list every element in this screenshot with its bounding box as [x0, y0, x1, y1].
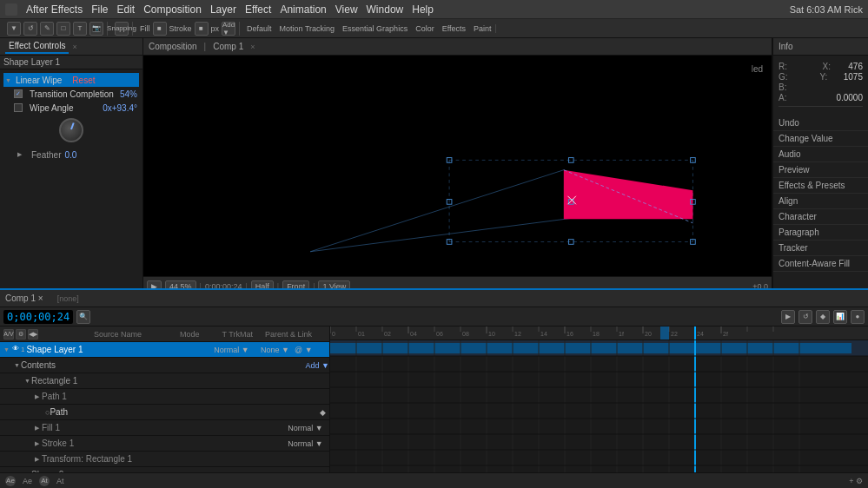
menu-effect[interactable]: Effect — [245, 3, 271, 16]
info-y-key: Y: — [819, 72, 827, 82]
transition-checkbox[interactable]: ✓ — [14, 89, 23, 98]
info-menu-change-value[interactable]: Change Value — [773, 131, 868, 147]
tool-camera[interactable]: 📷 — [89, 22, 103, 36]
menu-composition[interactable]: Composition — [143, 3, 202, 16]
add-content-btn[interactable]: Add ▼ — [306, 361, 329, 370]
tl-solo-btn[interactable]: ● — [851, 310, 865, 324]
color-btn[interactable]: Color — [415, 24, 434, 33]
app-icon — [5, 3, 17, 16]
menu-file[interactable]: File — [91, 3, 108, 16]
wipe-angle-label: Wipe Angle — [30, 103, 74, 113]
transition-value[interactable]: 54% — [120, 89, 137, 99]
paint-btn[interactable]: Paint — [474, 24, 492, 33]
menu-layer[interactable]: Layer — [210, 3, 236, 16]
feather-expand[interactable]: ▶ — [17, 151, 24, 158]
wipe-checkbox[interactable] — [14, 103, 23, 112]
layer-row-path[interactable]: ○ Path ◆ — [0, 405, 329, 420]
menu-animation[interactable]: Animation — [280, 3, 326, 16]
layer-row-path1[interactable]: ▶ Path 1 — [0, 389, 329, 405]
fill1-mode[interactable]: Normal ▼ — [282, 424, 329, 432]
shape1-trkmat[interactable]: None ▼ — [255, 346, 295, 354]
transform-rect-expand-icon[interactable]: ▶ — [35, 456, 42, 463]
info-menu-effects-presets[interactable]: Effects & Presets — [773, 178, 868, 194]
info-menu-preview[interactable]: Preview — [773, 162, 868, 178]
svg-rect-57 — [660, 326, 669, 340]
fill1-expand-icon[interactable]: ▶ — [35, 425, 42, 432]
tool-pen[interactable]: ✎ — [40, 22, 54, 36]
info-menu-audio[interactable]: Audio — [773, 147, 868, 162]
effects-btn[interactable]: Effects — [442, 24, 466, 33]
feather-value[interactable]: 0.0 — [64, 150, 76, 160]
layer-row-rect1[interactable]: ▼ Rectangle 1 — [0, 373, 329, 389]
linear-wipe-expand[interactable]: ▼ — [5, 77, 12, 83]
essential-graphics-btn[interactable]: Essential Graphics — [342, 24, 407, 33]
path1-label: Path 1 — [42, 392, 329, 401]
info-menu-align[interactable]: Align — [773, 194, 868, 209]
path1-expand-icon[interactable]: ▶ — [35, 393, 42, 400]
comp-viewer[interactable]: Display Acceleration Disabled — [143, 56, 772, 276]
rect1-expand-icon[interactable]: ▼ — [24, 378, 31, 384]
workspace-section: Default Motion Tracking Essential Graphi… — [243, 24, 496, 33]
tl-keyframe-btn[interactable]: ◆ — [816, 310, 830, 324]
tool-section-snap: Snapping — [111, 22, 133, 36]
status-bar: Ae Ae At At + ⚙ — [0, 472, 868, 488]
contents-expand-icon[interactable]: ▼ — [14, 362, 21, 368]
layer-row-shape1[interactable]: ▼ 👁 1 Shape Layer 1 Normal ▼ None ▼ @ ▼ — [0, 342, 329, 358]
shape1-parent[interactable]: @ ▼ — [295, 346, 329, 354]
layer-row-transform-rect[interactable]: ▶ Transform: Rectangle 1 — [0, 452, 329, 467]
add-button[interactable]: Add ▼ — [222, 22, 235, 36]
info-menu-content-aware[interactable]: Content-Aware Fill — [773, 256, 868, 272]
info-menu-undo[interactable]: Undo — [773, 115, 868, 131]
tl-search-btn[interactable]: 🔍 — [76, 310, 90, 324]
info-menu-character[interactable]: Character — [773, 209, 868, 225]
col-toggle-2[interactable]: ⚙ — [16, 329, 26, 340]
linear-wipe-row[interactable]: ▼ Linear Wipe Reset — [3, 73, 139, 87]
tl-graph-btn[interactable]: 📊 — [833, 310, 847, 324]
wipe-angle-value[interactable]: 0x+93.4° — [103, 103, 137, 113]
motion-tracking-btn[interactable]: Motion Tracking — [280, 24, 335, 33]
menu-help[interactable]: Help — [412, 3, 434, 16]
timeline-comp-tab[interactable]: Comp 1 × — [5, 293, 43, 303]
menu-edit[interactable]: Edit — [116, 3, 135, 16]
layer-row-contents[interactable]: ▼ Contents Add ▼ — [0, 358, 329, 373]
wipe-angle-row: Wipe Angle 0x+93.4° — [3, 101, 139, 115]
snapping-toggle[interactable]: Snapping — [115, 22, 129, 36]
info-b-key: B: — [779, 82, 786, 92]
default-workspace-btn[interactable]: Default — [247, 24, 272, 33]
stroke1-rect-mode[interactable]: Normal ▼ — [282, 439, 329, 448]
wipe-angle-dial[interactable] — [59, 118, 83, 142]
shape1-eye-icon[interactable]: 👁 — [10, 345, 21, 355]
effect-layer-name: Shape Layer 1 — [0, 56, 142, 69]
tool-shape[interactable]: □ — [56, 22, 70, 36]
shape1-mode[interactable]: Normal ▼ — [208, 346, 255, 354]
svg-text:24: 24 — [697, 331, 704, 337]
svg-text:08: 08 — [462, 331, 469, 337]
col-toggle-3[interactable]: ◀▶ — [28, 329, 38, 340]
col-toggle-1[interactable]: A/V — [3, 329, 14, 340]
svg-text:06: 06 — [436, 331, 443, 337]
tool-text[interactable]: T — [73, 22, 87, 36]
tool-select[interactable]: ▼ — [7, 22, 21, 36]
shape1-expand-icon[interactable]: ▼ — [3, 346, 10, 353]
tool-rotate[interactable]: ↺ — [23, 22, 37, 36]
menu-window[interactable]: Window — [367, 3, 404, 16]
path-keyframe-btn[interactable]: ◆ — [320, 408, 326, 417]
layer-row-stroke1-rect[interactable]: ▶ Stroke 1 Normal ▼ — [0, 436, 329, 452]
comp-tab[interactable]: Composition — [149, 42, 197, 51]
col-source-label: Source Name — [94, 330, 142, 339]
tl-play-btn[interactable]: ▶ — [781, 310, 795, 324]
effect-controls-tab[interactable]: Effect Controls — [5, 39, 69, 54]
menu-after-effects[interactable]: After Effects — [26, 3, 83, 16]
fill-button[interactable]: ■ — [153, 22, 167, 36]
info-menu-tracker[interactable]: Tracker — [773, 241, 868, 256]
info-menu-paragraph[interactable]: Paragraph — [773, 225, 868, 241]
stroke1-rect-expand-icon[interactable]: ▶ — [35, 440, 42, 447]
menu-view[interactable]: View — [335, 3, 358, 16]
info-b-row: B: — [779, 82, 863, 92]
status-add-btn[interactable]: + ⚙ — [849, 477, 863, 485]
reset-button[interactable]: Reset — [72, 76, 95, 85]
layer-row-fill1[interactable]: ▶ Fill 1 Normal ▼ — [0, 420, 329, 436]
stroke-button[interactable]: ■ — [195, 22, 209, 36]
tl-loop-btn[interactable]: ↺ — [798, 310, 812, 324]
tl-timecode[interactable]: 0;00;00;24 — [3, 310, 73, 324]
